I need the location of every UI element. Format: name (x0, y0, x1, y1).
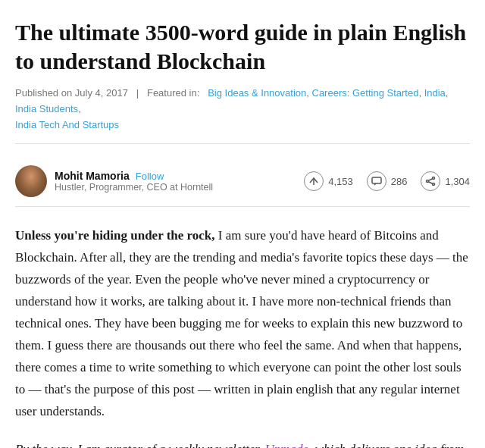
upvote-stat[interactable]: 4,153 (304, 171, 353, 191)
avatar (15, 165, 47, 197)
body-paragraph-2: By the way, I am curator of a weekly new… (15, 439, 470, 448)
author-name: Mohit Mamoria (55, 170, 130, 182)
avatar-image (15, 165, 47, 197)
share-icon (421, 171, 440, 191)
featured-label: Featured in: (147, 87, 199, 99)
body-paragraph-1: Unless you're hiding under the rock, I a… (15, 225, 470, 422)
meta-line: Published on July 4, 2017 | Featured in:… (15, 86, 470, 144)
follow-button[interactable]: Follow (136, 171, 164, 182)
category-link-3[interactable]: India (424, 87, 446, 99)
author-row: Mohit Mamoria Follow Hustler, Programmer… (15, 156, 470, 207)
category-link-4[interactable]: India Students (15, 103, 78, 114)
body-para1-rest: I am sure you'd have heard of Bitcoins a… (15, 228, 468, 418)
svg-rect-1 (372, 177, 381, 183)
category-link-1[interactable]: Big Ideas & Innovation (208, 87, 306, 99)
comment-stat[interactable]: 286 (367, 171, 408, 191)
author-bio: Hustler, Programmer, CEO at Horntell (55, 182, 213, 193)
author-left: Mohit Mamoria Follow Hustler, Programmer… (15, 165, 213, 197)
comment-count: 286 (391, 176, 408, 187)
upvote-count: 4,153 (328, 176, 353, 187)
svg-line-5 (429, 179, 433, 180)
upvote-icon (304, 171, 324, 191)
body-para2-prefix: By the way, I am curator of a weekly new… (15, 442, 265, 448)
unmade-link[interactable]: Unmade (265, 442, 309, 448)
svg-point-3 (427, 180, 429, 183)
author-name-row: Mohit Mamoria Follow (55, 170, 213, 182)
published-date: Published on July 4, 2017 (15, 87, 128, 99)
article-container: The ultimate 3500-word guide in plain En… (0, 0, 485, 448)
stats-row: 4,153 286 (304, 171, 470, 191)
svg-point-4 (433, 183, 435, 186)
category-link-2[interactable]: Careers: Getting Started (312, 87, 419, 99)
article-body: Unless you're hiding under the rock, I a… (15, 225, 470, 448)
comment-icon (367, 171, 386, 191)
share-count: 1,304 (445, 176, 470, 187)
share-stat[interactable]: 1,304 (421, 171, 470, 191)
svg-line-6 (429, 182, 433, 183)
author-info: Mohit Mamoria Follow Hustler, Programmer… (55, 170, 213, 193)
article-title: The ultimate 3500-word guide in plain En… (15, 18, 470, 75)
bold-lead: Unless you're hiding under the rock, (15, 228, 215, 243)
category-link-5[interactable]: India Tech And Startups (15, 119, 119, 130)
svg-point-2 (433, 177, 435, 180)
